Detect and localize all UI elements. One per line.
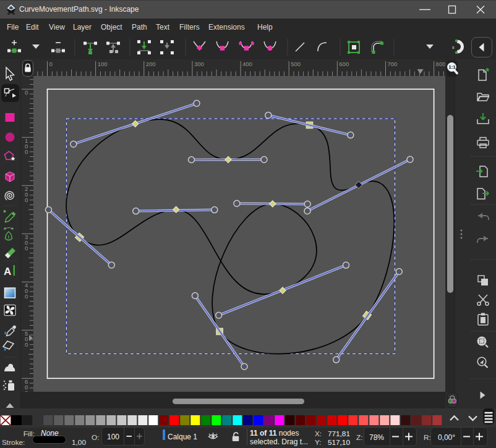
svg-text:200: 200 bbox=[146, 61, 156, 67]
svg-text:0: 0 bbox=[25, 148, 28, 155]
svg-text:0: 0 bbox=[49, 61, 53, 67]
svg-text:0: 0 bbox=[25, 197, 28, 203]
svg-text:400: 400 bbox=[242, 61, 252, 67]
svg-text:700: 700 bbox=[387, 61, 397, 67]
svg-text:600: 600 bbox=[339, 61, 349, 67]
svg-text:0: 0 bbox=[25, 293, 28, 300]
svg-text:0: 0 bbox=[25, 89, 28, 96]
svg-text:800: 800 bbox=[436, 61, 445, 67]
svg-text:A: A bbox=[4, 266, 11, 277]
svg-text:s: s bbox=[452, 44, 455, 50]
svg-text:0: 0 bbox=[25, 389, 28, 392]
svg-text:100: 100 bbox=[98, 61, 108, 67]
svg-text:0: 0 bbox=[25, 341, 28, 348]
svg-text:300: 300 bbox=[194, 61, 204, 67]
svg-text:0: 0 bbox=[25, 245, 28, 251]
svg-text:500: 500 bbox=[291, 61, 301, 67]
